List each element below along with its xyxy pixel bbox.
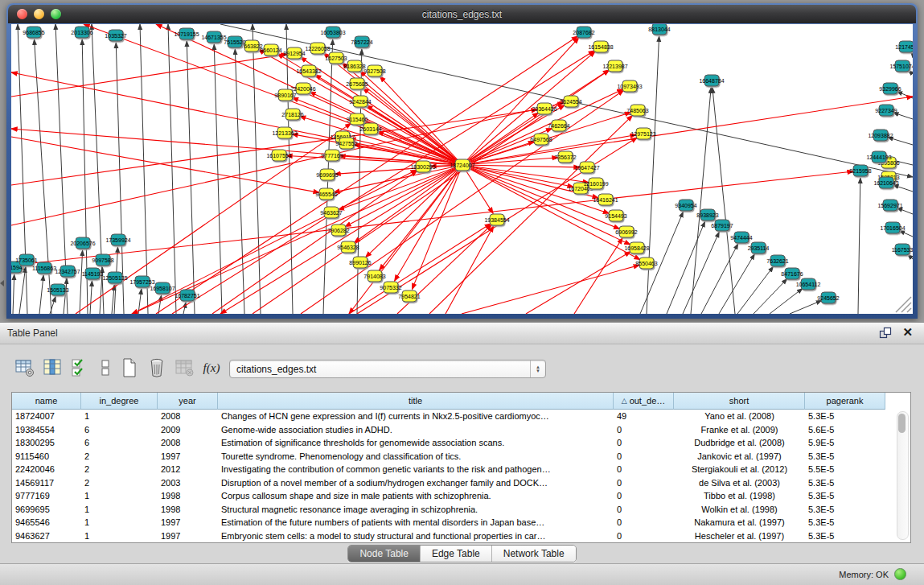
delete-column-icon[interactable] [145,355,169,381]
cell-title[interactable]: Structural magnetic resonance image aver… [218,503,614,517]
cell-short[interactable]: Nakamura et al. (1997) [674,516,805,529]
cell-name[interactable]: 19384554 [12,423,81,437]
cell-out_degree[interactable]: 0 [614,503,674,517]
graph-edge[interactable] [691,88,711,314]
cell-pagerank[interactable]: 5.3E-5 [805,489,885,503]
graph-edge[interactable] [183,303,186,314]
graph-edge[interactable] [168,24,176,314]
cell-year[interactable]: 1997 [158,450,218,463]
graph-edge[interactable] [911,52,913,55]
cell-year[interactable]: 2012 [158,463,218,476]
minimize-window-icon[interactable] [34,9,44,19]
cell-year[interactable]: 2008 [158,410,218,423]
graph-node[interactable]: 3624554 [560,96,581,107]
graph-edge[interactable] [754,278,787,314]
cell-name[interactable]: 9777169 [12,489,81,503]
cell-short[interactable]: Tibbo et al. (1998) [674,489,805,503]
graph-node[interactable]: 1627503 [325,52,347,64]
table-selector-combobox[interactable]: citations_edges.txt ▲▼ [229,360,546,378]
graph-node[interactable]: 20206576 [70,237,95,249]
graph-node[interactable]: 16648784 [699,75,724,86]
graph-node[interactable]: 10654112 [796,278,821,290]
graph-node[interactable]: 8990126 [349,257,371,268]
cell-year[interactable]: 1998 [158,503,218,517]
cell-title[interactable]: Changes of HCN gene expression and I(f) … [218,410,614,423]
graph-edge[interactable] [39,275,43,314]
window-titlebar[interactable]: citations_edges.txt [8,5,916,23]
cell-year[interactable]: 2009 [158,423,218,437]
cell-title[interactable]: Corpus callosum shape and size in male p… [218,489,614,503]
network-canvas[interactable]: 1872400718300295193845549115460145691179… [11,24,913,314]
cell-pagerank[interactable]: 5.3E-5 [805,503,885,517]
graph-edge[interactable] [897,208,913,214]
graph-edge[interactable] [187,41,195,314]
graph-node[interactable]: 2013306 [71,27,92,38]
cell-in_degree[interactable]: 6 [81,436,158,450]
scrollbar-thumb[interactable] [898,414,906,433]
cell-in_degree[interactable]: 1 [81,516,158,529]
graph-edge[interactable] [11,54,287,97]
graph-node[interactable]: 1145193 [82,268,104,279]
cell-pagerank[interactable]: 5.3E-5 [805,529,885,543]
cell-pagerank[interactable]: 5.6E-5 [805,423,885,437]
graph-node[interactable]: 9154493 [605,210,626,221]
graph-edge[interactable] [11,171,853,266]
graph-edge[interactable] [380,165,462,270]
graph-edge[interactable] [140,24,148,314]
cell-in_degree[interactable]: 1 [81,503,158,517]
graph-edge[interactable] [13,274,14,314]
graph-edge[interactable] [858,178,860,314]
graph-node[interactable]: 9329966 [879,83,901,94]
table-row[interactable]: 977716911998Corpus callosum shape and si… [12,489,910,503]
cell-name[interactable]: 14569117 [12,476,81,490]
graph-node[interactable]: 2675685 [346,78,368,89]
graph-node[interactable]: 12226058 [305,43,330,54]
graph-node[interactable]: 7485063 [626,105,648,116]
cell-out_degree[interactable]: 0 [614,450,674,463]
cell-year[interactable]: 1998 [158,489,218,503]
cell-short[interactable]: Yano et al. (2008) [674,410,805,423]
show-column-icon[interactable] [40,355,64,381]
column-header-title[interactable]: title [218,393,614,410]
graph-node[interactable]: 19384554 [484,214,509,225]
graph-node[interactable]: 15751074 [889,60,913,72]
cell-out_degree[interactable]: 0 [614,516,674,529]
new-table-icon[interactable] [117,355,142,381]
graph-node[interactable]: 9327508 [363,65,385,76]
graph-edge[interactable] [893,185,913,192]
table-row[interactable]: 969969511998Structural magnetic resonanc… [12,503,910,517]
table-row[interactable]: 1456911722003Disruption of a novel membe… [12,476,910,490]
graph-edge[interactable] [253,24,261,314]
graph-edge[interactable] [360,71,462,165]
cell-short[interactable]: de Silva et al. (2003) [674,476,805,490]
graph-node[interactable]: 8471676 [781,268,803,279]
cell-in_degree[interactable]: 2 [81,450,158,463]
cell-name[interactable]: 9463627 [12,529,81,543]
cell-title[interactable]: Estimation of the future numbers of pati… [218,516,614,529]
cell-title[interactable]: Investigating the contribution of common… [218,463,614,476]
cell-out_degree[interactable]: 0 [614,463,674,476]
graph-node[interactable]: 6879197 [711,220,733,231]
cell-short[interactable]: Wolkin et al. (1998) [674,503,805,517]
cell-year[interactable]: 1997 [158,529,218,543]
graph-node[interactable]: 14671355 [201,31,226,43]
graph-edge[interactable] [462,265,639,314]
column-header-in_degree[interactable]: in_degree [81,393,158,410]
graph-node[interactable]: 16154838 [588,41,613,52]
graph-node[interactable]: 7632621 [766,255,788,266]
column-header-out_degree[interactable]: △out_de… [614,393,674,410]
zoom-window-icon[interactable] [51,9,61,19]
tab-node-table[interactable]: Node Table [348,546,421,562]
graph-node[interactable]: 12505135 [102,272,127,283]
cell-title[interactable]: Embryonic stem cells: a model to study s… [218,529,614,543]
graph-node[interactable]: 9777169 [321,150,343,161]
column-header-name[interactable]: name [12,393,81,410]
table-row[interactable]: 946554611997Estimation of the future num… [12,516,910,529]
cell-short[interactable]: Franke et al. (2009) [674,423,805,437]
graph-node[interactable]: 9474444 [730,232,752,243]
cell-title[interactable]: Genome-wide association studies in ADHD. [218,423,614,437]
table-settings-icon[interactable] [13,355,37,381]
graph-edge[interactable] [19,267,26,314]
graph-node[interactable]: 7857224 [351,36,372,47]
table-panel-titlebar[interactable]: Table Panel ✕ [0,323,924,344]
